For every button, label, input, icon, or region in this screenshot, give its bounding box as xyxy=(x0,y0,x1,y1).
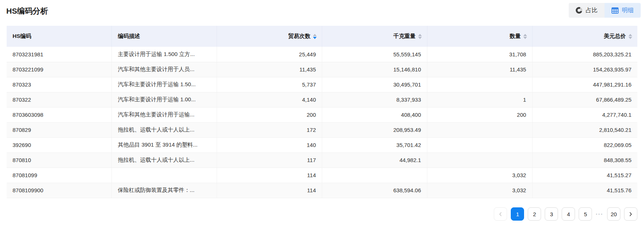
table-cell: 8703231981 xyxy=(7,47,112,62)
table-cell: 4,277,740.1 xyxy=(532,107,637,122)
table-cell: 447,981,291.16 xyxy=(532,77,637,92)
table-cell: 140 xyxy=(217,137,322,152)
table-cell: 870810 xyxy=(7,152,112,168)
donut-chart-icon xyxy=(576,7,582,14)
table-cell: 8,337,933 xyxy=(322,92,427,107)
table-cell xyxy=(322,168,427,183)
table-cell xyxy=(427,152,532,168)
table-cell: 35,701.42 xyxy=(322,137,427,152)
column-label: 编码描述 xyxy=(118,33,140,40)
page-title: HS编码分析 xyxy=(6,6,48,16)
topbar: HS编码分析 占比 明细 xyxy=(0,0,644,21)
table-row: 8703221099汽车和其他主要设计用于人员...11,43515,146,8… xyxy=(7,62,637,77)
table-cell: 汽车和其他主要设计用于运输... xyxy=(112,107,217,122)
sort-carets-icon[interactable] xyxy=(523,34,527,39)
pagination-page-1[interactable]: 1 xyxy=(511,207,524,221)
column-header-2[interactable]: 贸易次数 xyxy=(217,26,322,47)
table-row: 8703603098汽车和其他主要设计用于运输...200408,4002004… xyxy=(7,107,637,122)
column-header-3[interactable]: 千克重量 xyxy=(322,26,427,47)
table-cell: 30,495,701 xyxy=(322,77,427,92)
toggle-proportion-label: 占比 xyxy=(586,7,597,14)
column-label: 贸易次数 xyxy=(288,33,310,40)
table-row: 870322汽车和主要设计用于运输 1.00...4,1408,337,9331… xyxy=(7,92,637,107)
pagination-page-2[interactable]: 2 xyxy=(528,207,541,221)
table-cell xyxy=(112,168,217,183)
column-label: 千克重量 xyxy=(393,33,416,40)
column-label: 数量 xyxy=(510,33,521,40)
view-toggle: 占比 明细 xyxy=(569,3,641,18)
table-cell: 638,594.06 xyxy=(322,183,427,198)
table-cell: 87081099 xyxy=(7,168,112,183)
table-cell: 11,435 xyxy=(427,62,532,77)
toggle-detail-view[interactable]: 明细 xyxy=(605,3,641,18)
table-cell: 汽车和其他主要设计用于人员... xyxy=(112,62,217,77)
toggle-detail-label: 明细 xyxy=(622,7,634,14)
table-cell: 5,737 xyxy=(217,77,322,92)
table-cell: 其他品目 3901 至 3914 的塑料... xyxy=(112,137,217,152)
table-cell: 114 xyxy=(217,183,322,198)
table-cell: 114 xyxy=(217,168,322,183)
table-row: 8703231981主要设计用于运输 1.500 立方...25,44955,5… xyxy=(7,47,637,62)
table-row: 8708109900保险杠或防御装置及其零件：...114638,594.063… xyxy=(7,183,637,198)
table-cell: 2,810,540.21 xyxy=(532,122,637,137)
table-cell: 汽车和主要设计用于运输 1.00... xyxy=(112,92,217,107)
toggle-proportion-view[interactable]: 占比 xyxy=(569,3,605,18)
column-label: HS编码 xyxy=(13,33,31,40)
sort-carets-icon[interactable] xyxy=(418,34,422,39)
hs-code-table: HS编码编码描述贸易次数千克重量数量美元总价 8703231981主要设计用于运… xyxy=(7,26,637,198)
table-cell xyxy=(427,77,532,92)
table-cell: 200 xyxy=(427,107,532,122)
table-cell: 8708109900 xyxy=(7,183,112,198)
table-cell: 822,069.05 xyxy=(532,137,637,152)
pagination-page-last[interactable]: 20 xyxy=(607,207,620,221)
table-cell: 44,982.1 xyxy=(322,152,427,168)
pagination-prev-button[interactable] xyxy=(494,207,507,221)
pagination-page-3[interactable]: 3 xyxy=(545,207,558,221)
pagination-ellipsis[interactable]: ••• xyxy=(596,207,603,221)
table-cell: 41,515.27 xyxy=(532,168,637,183)
table-cell: 67,866,489.25 xyxy=(532,92,637,107)
table-row: 392690其他品目 3901 至 3914 的塑料...14035,701.4… xyxy=(7,137,637,152)
table-cell: 3,032 xyxy=(427,168,532,183)
sort-carets-icon[interactable] xyxy=(313,34,317,39)
table-cell: 870829 xyxy=(7,122,112,137)
column-header-4[interactable]: 数量 xyxy=(427,26,532,47)
table-cell: 172 xyxy=(217,122,322,137)
table-cell: 保险杠或防御装置及其零件：... xyxy=(112,183,217,198)
table-row: 870810拖拉机、运载十人或十人以上...11744,982.1848,308… xyxy=(7,152,637,168)
table-cell xyxy=(427,122,532,137)
table-cell: 870322 xyxy=(7,92,112,107)
table-row: 870810991143,03241,515.27 xyxy=(7,168,637,183)
table-row: 870323汽车和主要设计用于运输 1.50...5,73730,495,701… xyxy=(7,77,637,92)
table-cell: 848,308.55 xyxy=(532,152,637,168)
pagination-page-5[interactable]: 5 xyxy=(579,207,592,221)
pagination-next-button[interactable] xyxy=(624,207,637,221)
table-cell: 885,203,325.21 xyxy=(532,47,637,62)
table-cell: 31,708 xyxy=(427,47,532,62)
pagination: 12345•••20 xyxy=(494,207,637,221)
table-cell: 208,953.49 xyxy=(322,122,427,137)
column-header-5[interactable]: 美元总价 xyxy=(532,26,637,47)
table-cell: 15,146,810 xyxy=(322,62,427,77)
column-header-1: 编码描述 xyxy=(112,26,217,47)
table-cell: 汽车和主要设计用于运输 1.50... xyxy=(112,77,217,92)
table-cell: 11,435 xyxy=(217,62,322,77)
table-cell xyxy=(427,137,532,152)
sort-carets-icon[interactable] xyxy=(628,34,632,39)
table-cell: 25,449 xyxy=(217,47,322,62)
table-cell: 200 xyxy=(217,107,322,122)
table-cell: 870323 xyxy=(7,77,112,92)
table-row: 870829拖拉机、运载十人或十人以上...172208,953.492,810… xyxy=(7,122,637,137)
table-cell: 41,515.76 xyxy=(532,183,637,198)
chevron-right-icon xyxy=(628,211,633,217)
table-cell: 拖拉机、运载十人或十人以上... xyxy=(112,152,217,168)
pagination-page-4[interactable]: 4 xyxy=(562,207,575,221)
table-cell: 55,559,145 xyxy=(322,47,427,62)
table-cell: 8703221099 xyxy=(7,62,112,77)
table-cell: 8703603098 xyxy=(7,107,112,122)
table-cell: 4,140 xyxy=(217,92,322,107)
table-cell: 392690 xyxy=(7,137,112,152)
table-header: HS编码编码描述贸易次数千克重量数量美元总价 xyxy=(7,26,637,47)
table-cell: 拖拉机、运载十人或十人以上... xyxy=(112,122,217,137)
table-cell: 408,400 xyxy=(322,107,427,122)
